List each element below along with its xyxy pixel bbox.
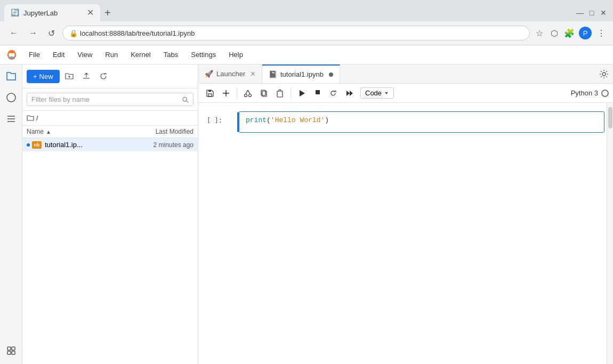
- search-input[interactable]: [31, 95, 180, 103]
- notebook-tab-icon: 📓: [269, 70, 277, 78]
- svg-marker-30: [350, 91, 353, 96]
- notebook-tabs: 🚀 Launcher × 📓 tutorial1.ipynb: [198, 64, 613, 84]
- file-item[interactable]: nb tutorial1.ip... 2 minutes ago: [22, 138, 198, 151]
- svg-rect-26: [277, 91, 283, 97]
- activity-running-icon[interactable]: [2, 88, 21, 107]
- main-content: 🚀 Launcher × 📓 tutorial1.ipynb: [198, 64, 613, 364]
- forward-button[interactable]: →: [26, 26, 41, 40]
- new-button[interactable]: + + New New: [27, 70, 60, 83]
- profile-icon[interactable]: P: [579, 27, 592, 39]
- tab-close-btn[interactable]: ✕: [87, 9, 94, 17]
- paste-button[interactable]: [272, 86, 287, 100]
- search-bar: [22, 88, 198, 111]
- svg-rect-10: [12, 351, 15, 354]
- cell-type-selector[interactable]: Code: [360, 87, 394, 99]
- scroll-thumb[interactable]: [608, 107, 612, 128]
- menu-icon[interactable]: ⋮: [596, 28, 607, 38]
- run-button[interactable]: [294, 86, 309, 100]
- reload-button[interactable]: ↺: [45, 26, 58, 41]
- new-folder-button[interactable]: [62, 69, 77, 84]
- notebook-tab[interactable]: 📓 tutorial1.ipynb: [262, 64, 340, 83]
- svg-line-22: [246, 90, 248, 94]
- bookmark-icon[interactable]: ☆: [534, 28, 545, 38]
- extension-icon[interactable]: ⬡: [549, 28, 560, 38]
- modified-column-header[interactable]: Last Modified: [124, 128, 193, 135]
- launcher-tab-label: Launcher: [216, 70, 245, 78]
- cut-button[interactable]: [240, 86, 255, 100]
- activity-bar: [0, 64, 22, 364]
- menu-edit[interactable]: Edit: [47, 48, 70, 61]
- puzzle-icon[interactable]: 🧩: [564, 28, 575, 38]
- maximize-button[interactable]: □: [586, 7, 597, 18]
- add-cell-button[interactable]: [219, 86, 233, 100]
- scrollbar[interactable]: [607, 103, 613, 364]
- svg-line-14: [186, 100, 188, 102]
- menu-run[interactable]: Run: [100, 48, 123, 61]
- name-column-header[interactable]: Name ▲: [27, 128, 124, 135]
- save-button[interactable]: [203, 86, 217, 100]
- stop-button[interactable]: [310, 86, 325, 100]
- activity-extension-icon[interactable]: [2, 341, 21, 360]
- fast-forward-button[interactable]: [342, 86, 357, 100]
- address-bar: ← → ↺ 🔒 localhost:8888/lab/tree/tutorial…: [0, 21, 613, 45]
- menu-help[interactable]: Help: [223, 48, 248, 61]
- close-window-button[interactable]: ✕: [598, 7, 609, 18]
- settings-area[interactable]: [599, 64, 613, 83]
- launcher-icon: 🚀: [205, 70, 213, 78]
- new-tab-button[interactable]: +: [100, 7, 115, 19]
- sort-arrow-icon: ▲: [46, 129, 51, 135]
- svg-point-20: [245, 94, 247, 96]
- notebook-toolbar: Code Python 3: [198, 84, 613, 103]
- file-browser-sidebar: + + New New / N: [22, 64, 198, 364]
- activity-files-icon[interactable]: [2, 67, 21, 86]
- code-string: 'Hello World': [271, 116, 325, 124]
- svg-rect-9: [7, 351, 11, 354]
- svg-rect-28: [316, 90, 320, 94]
- notebook-modified-dot: [329, 72, 333, 77]
- launcher-tab-close[interactable]: ×: [251, 69, 255, 79]
- restart-button[interactable]: [326, 86, 341, 100]
- breadcrumb: /: [22, 111, 198, 126]
- notebook-icon: nb: [32, 141, 42, 149]
- svg-marker-27: [300, 90, 305, 96]
- folder-icon: [27, 115, 34, 122]
- file-active-dot: [27, 143, 30, 147]
- svg-marker-29: [346, 91, 350, 96]
- upload-button[interactable]: [79, 69, 94, 84]
- search-wrapper[interactable]: [27, 93, 193, 106]
- back-button[interactable]: ←: [6, 26, 21, 40]
- url-bar[interactable]: 🔒 localhost:8888/lab/tree/tutorial1.ipyn…: [62, 26, 530, 41]
- launcher-tab[interactable]: 🚀 Launcher ×: [198, 64, 262, 83]
- svg-point-2: [9, 56, 15, 60]
- svg-point-13: [183, 97, 187, 101]
- menu-file[interactable]: File: [23, 48, 45, 61]
- tab-title: JupyterLab: [23, 9, 83, 17]
- browser-tab[interactable]: 🔄 JupyterLab ✕: [4, 4, 100, 21]
- svg-rect-8: [12, 347, 15, 350]
- chevron-down-icon: [384, 91, 389, 96]
- minimize-button[interactable]: —: [575, 7, 585, 18]
- cell-content[interactable]: print('Hello World'): [239, 111, 604, 133]
- notebook-area[interactable]: [ ]: print('Hello World'): [198, 103, 613, 364]
- toolbar-separator: [237, 88, 237, 99]
- settings-icon[interactable]: [599, 69, 609, 79]
- menu-bar: File Edit View Run Kernel Tabs Settings …: [0, 45, 613, 64]
- copy-button[interactable]: [256, 86, 271, 100]
- svg-point-15: [602, 72, 606, 76]
- menu-settings[interactable]: Settings: [185, 48, 221, 61]
- code-cell[interactable]: [ ]: print('Hello World'): [207, 111, 604, 133]
- activity-toc-icon[interactable]: [2, 109, 21, 128]
- menu-kernel[interactable]: Kernel: [125, 48, 156, 61]
- menu-tabs[interactable]: Tabs: [158, 48, 183, 61]
- code-open-paren: (: [267, 116, 271, 124]
- search-icon: [182, 96, 189, 103]
- cell-prompt: [ ]:: [207, 111, 239, 133]
- code-function: print: [246, 116, 267, 124]
- kernel-info: Python 3: [571, 89, 609, 97]
- sidebar-toolbar: + + New New: [22, 64, 198, 88]
- menu-view[interactable]: View: [72, 48, 98, 61]
- refresh-button[interactable]: [96, 69, 111, 84]
- svg-line-23: [248, 90, 250, 94]
- toolbar-separator-2: [291, 88, 291, 99]
- svg-point-3: [7, 93, 15, 102]
